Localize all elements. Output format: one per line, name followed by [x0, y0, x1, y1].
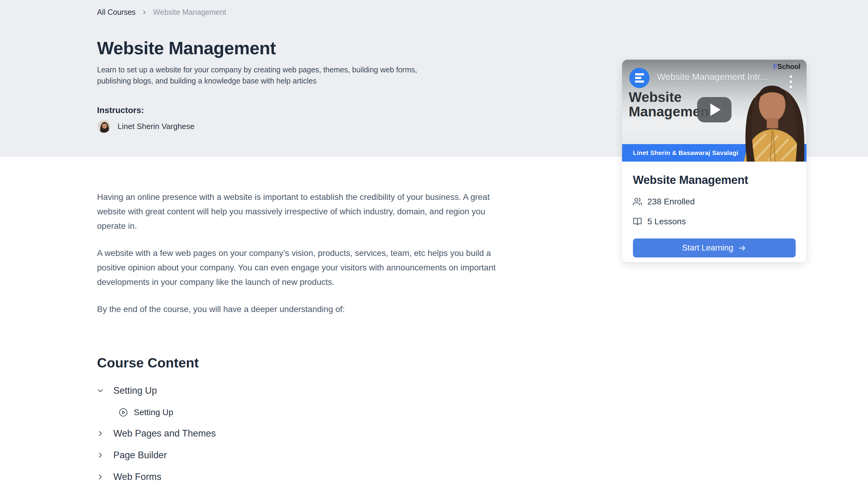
section-label: Web Forms — [113, 472, 161, 482]
lessons-row: 5 Lessons — [633, 217, 796, 226]
play-button[interactable] — [697, 97, 731, 122]
chevron-down-icon — [96, 386, 105, 395]
course-card-title: Website Management — [633, 174, 796, 187]
video-thumbnail[interactable]: FSchool Website Management Intr... Websi… — [622, 60, 806, 161]
breadcrumb: All Courses Website Management — [97, 8, 226, 17]
enrolled-row: 238 Enrolled — [633, 197, 796, 206]
section-setting-up[interactable]: Setting Up — [96, 385, 216, 397]
section-web-pages-themes[interactable]: Web Pages and Themes — [96, 427, 216, 440]
page-title: Website Management — [97, 38, 276, 58]
course-card-body: Website Management 238 Enrolled 5 Lesson… — [622, 161, 806, 257]
lesson-setting-up[interactable]: Setting Up — [119, 406, 216, 419]
course-overview: Having an online presence with a website… — [97, 190, 504, 329]
start-learning-button[interactable]: Start Learning — [633, 238, 796, 257]
instructor-avatar — [97, 119, 111, 133]
book-open-icon — [633, 217, 642, 226]
course-content-list: Setting Up Setting Up Web Pages and Them… — [96, 385, 216, 493]
section-label: Web Pages and Themes — [113, 428, 216, 439]
course-detail-page: All Courses Website Management Website M… — [0, 0, 868, 495]
section-label: Page Builder — [113, 450, 167, 461]
chevron-right-icon — [96, 429, 105, 438]
instructor-name: Linet Sherin Varghese — [118, 122, 194, 131]
presenter-image — [727, 73, 806, 161]
overview-paragraph: Having an online presence with a website… — [97, 190, 504, 233]
instructor-row: Linet Sherin Varghese — [97, 119, 194, 133]
overview-paragraph: A website with a few web pages on your c… — [97, 246, 504, 289]
lesson-label: Setting Up — [134, 408, 173, 417]
chevron-right-icon — [141, 9, 148, 16]
course-content-title: Course Content — [97, 355, 199, 371]
enrolled-count: 238 Enrolled — [647, 197, 695, 206]
lessons-count: 5 Lessons — [647, 217, 686, 226]
channel-logo-icon — [629, 68, 649, 88]
page-description: Learn to set up a website for your compa… — [97, 64, 421, 86]
course-card: FSchool Website Management Intr... Websi… — [622, 60, 806, 262]
section-page-builder[interactable]: Page Builder — [96, 449, 216, 461]
fschool-logo: FSchool — [773, 63, 800, 71]
breadcrumb-all-courses[interactable]: All Courses — [97, 8, 136, 17]
play-circle-icon — [119, 408, 128, 417]
breadcrumb-current: Website Management — [153, 8, 226, 17]
chevron-right-icon — [96, 472, 105, 481]
section-web-forms[interactable]: Web Forms — [96, 471, 216, 483]
overview-paragraph: By the end of the course, you will have … — [97, 302, 504, 317]
chevron-right-icon — [96, 451, 105, 460]
arrow-right-icon — [738, 244, 747, 252]
instructors-label: Instructors: — [97, 105, 144, 115]
section-label: Setting Up — [113, 385, 157, 396]
users-icon — [633, 197, 642, 206]
